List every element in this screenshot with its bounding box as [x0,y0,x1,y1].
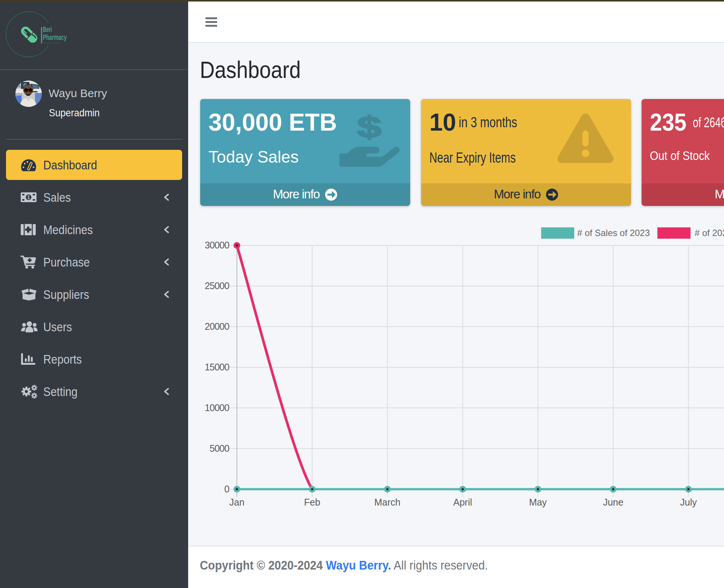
svg-text:10000: 10000 [205,402,230,413]
svg-text:March: March [374,497,400,507]
svg-text:Pharmacy: Pharmacy [43,33,67,41]
svg-text:$: $ [357,113,382,144]
svg-text:Jan: Jan [229,497,244,507]
svg-text:April: April [453,497,472,507]
svg-text:15000: 15000 [205,362,230,372]
svg-text:Your community pharmacy: Your community pharmacy [43,42,60,44]
svg-text:Feb: Feb [304,497,320,507]
svg-text:Beri: Beri [43,25,52,34]
svg-text:July: July [680,497,697,507]
svg-text:1: 1 [27,194,30,200]
svg-text:25000: 25000 [205,280,230,291]
svg-text:0: 0 [224,484,230,494]
svg-text:May: May [529,497,547,507]
svg-text:30000: 30000 [205,240,230,250]
svg-text:# of 2024: # of 2024 [695,228,724,238]
svg-text:20000: 20000 [205,321,230,332]
svg-text:June: June [603,497,623,507]
svg-text:5000: 5000 [210,443,230,454]
svg-text:# of Sales of 2023: # of Sales of 2023 [577,228,650,238]
